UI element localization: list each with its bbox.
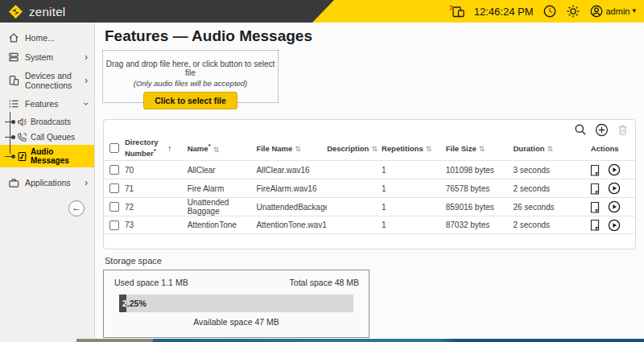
devices-icon [452, 5, 465, 19]
audio-messages-icon [17, 151, 27, 162]
background-window-edge-blue [153, 339, 644, 342]
cell-file-size: 87032 bytes [446, 220, 514, 229]
sidebar-item-applications[interactable]: Applications › [0, 173, 94, 192]
table-row[interactable]: 70 AllClear AllClear.wav16 1 101098 byte… [104, 160, 635, 179]
sort-icon[interactable]: ⇅ [295, 145, 301, 153]
cell-file-size: 859016 bytes [446, 203, 514, 212]
export-file-icon[interactable] [589, 164, 601, 176]
chevron-right-icon: › [85, 178, 88, 187]
brightness-icon[interactable] [566, 4, 580, 19]
sidebar-item-system[interactable]: System › [0, 47, 94, 67]
select-all-checkbox[interactable] [109, 143, 119, 153]
select-file-button[interactable]: Click to select file [143, 92, 237, 109]
cell-name: AllClear [188, 166, 257, 175]
chevron-right-icon: › [85, 76, 88, 85]
main-content: Features — Audio Messages Drag and drop … [95, 23, 644, 342]
cell-file-name: FireAlarm.wav16 [256, 184, 327, 193]
sidebar-item-home[interactable]: Home... [0, 28, 94, 47]
table-row[interactable]: 71 Fire Alarm FireAlarm.wav16 1 76578 by… [104, 179, 635, 197]
cell-file-size: 101098 bytes [446, 166, 514, 175]
sort-icon[interactable]: ⇅ [479, 145, 485, 153]
required-marker: * [154, 147, 156, 155]
column-header-repetitions[interactable]: Repetitions⇅ [382, 144, 446, 153]
cell-repetitions: 1 [382, 203, 446, 212]
tree-connector [5, 122, 14, 122]
row-checkbox[interactable] [109, 183, 119, 193]
column-header-directory-number[interactable]: Directory Number* [125, 138, 163, 159]
required-marker: * [208, 142, 211, 150]
add-message-icon[interactable] [595, 123, 609, 137]
row-checkbox[interactable] [109, 220, 119, 230]
sidebar: Home... System › Devices and Connections… [0, 23, 95, 342]
storage-total-label: Total space 48 MB [290, 278, 359, 287]
table-row[interactable]: 73 AttentionTone AttentionTone.wav16 1 8… [104, 216, 635, 234]
brand[interactable]: zenitel [8, 0, 65, 23]
call-queues-icon [17, 132, 27, 142]
clock-time: 12:46:24 PM [474, 6, 534, 18]
sidebar-item-audio-messages[interactable]: Audio Messages [0, 145, 94, 167]
sidebar-item-devices-connections[interactable]: Devices and Connections › [0, 67, 94, 94]
device-notifications[interactable]: 7 [448, 5, 465, 19]
topbar: zenitel 7 12:46:24 PM admin ▾ [0, 0, 644, 23]
storage-available-label: Available space 47 MB [104, 317, 369, 327]
table-row[interactable]: 72 Unattended Baggage UnattendedBackage.… [104, 197, 635, 216]
zenitel-logo-icon [8, 4, 23, 19]
delete-icon[interactable] [617, 124, 629, 136]
play-icon[interactable] [608, 163, 621, 176]
export-file-icon[interactable] [589, 201, 601, 213]
search-icon[interactable] [574, 123, 587, 136]
storage-progress-bar: 2.25% 2.25% [119, 295, 353, 312]
notification-badge: 7 [449, 4, 453, 12]
column-header-description[interactable]: Description⇅ [327, 144, 382, 153]
row-checkbox[interactable] [109, 165, 119, 175]
sort-icon[interactable]: ⇅ [547, 145, 554, 153]
chevron-right-icon: › [85, 52, 88, 62]
sidebar-item-label: Call Queues [31, 133, 75, 142]
cell-file-name: AttentionTone.wav16 [256, 220, 327, 229]
account-icon [589, 4, 604, 19]
column-header-file-size[interactable]: File Size⇅ [446, 144, 514, 153]
export-file-icon[interactable] [589, 219, 601, 231]
cell-directory-number: 70 [125, 166, 188, 175]
sidebar-item-label: Broadcasts [31, 117, 71, 126]
cell-directory-number: 71 [125, 184, 188, 193]
cell-repetitions: 1 [382, 220, 446, 229]
export-file-icon[interactable] [589, 183, 601, 195]
sort-ascending-icon[interactable]: ↑ [167, 143, 172, 153]
column-header-file-name[interactable]: File Name⇅ [256, 144, 327, 153]
user-menu[interactable]: admin ▾ [589, 4, 637, 19]
page-title: Features — Audio Messages [105, 27, 312, 45]
user-label: admin [606, 6, 630, 16]
sort-icon[interactable]: ⇅ [426, 145, 432, 153]
features-icon [8, 98, 19, 109]
features-subtree: Broadcasts Call Queues Audio Messages [0, 113, 94, 170]
cell-directory-number: 73 [125, 220, 188, 229]
file-dropzone[interactable]: Drag and drop file here, or click button… [102, 50, 279, 103]
play-icon[interactable] [608, 182, 621, 195]
play-icon[interactable] [608, 219, 621, 232]
cell-duration: 3 seconds [513, 166, 574, 175]
sidebar-item-label: Home... [25, 33, 78, 43]
cell-name: Fire Alarm [188, 184, 257, 193]
column-header-name[interactable]: Name*⇅ [188, 142, 257, 153]
sidebar-item-label: System [25, 52, 78, 62]
play-icon[interactable] [608, 200, 621, 213]
system-icon [8, 52, 19, 63]
row-checkbox[interactable] [109, 202, 119, 212]
cell-name: Unattended Baggage [188, 198, 257, 216]
collapse-sidebar-button[interactable]: ← [68, 200, 85, 216]
sidebar-item-label: Devices and Connections [25, 71, 78, 90]
sort-icon[interactable]: ⇅ [213, 146, 220, 154]
sidebar-item-label: Applications [25, 178, 78, 187]
sidebar-item-features[interactable]: Features › [0, 94, 94, 113]
sidebar-item-call-queues[interactable]: Call Queues [0, 130, 94, 145]
cell-file-size: 76578 bytes [446, 184, 514, 193]
sidebar-item-broadcasts[interactable]: Broadcasts [0, 114, 94, 130]
brand-name: zenitel [29, 5, 65, 19]
clock-icon[interactable] [543, 4, 557, 19]
storage-heading: Storage space [105, 256, 162, 266]
column-header-duration[interactable]: Duration⇅ [513, 144, 574, 153]
dropzone-instruction: Drag and drop file here, or click button… [103, 60, 278, 77]
table-toolbar [104, 120, 635, 136]
sort-icon[interactable]: ⇅ [371, 145, 378, 153]
